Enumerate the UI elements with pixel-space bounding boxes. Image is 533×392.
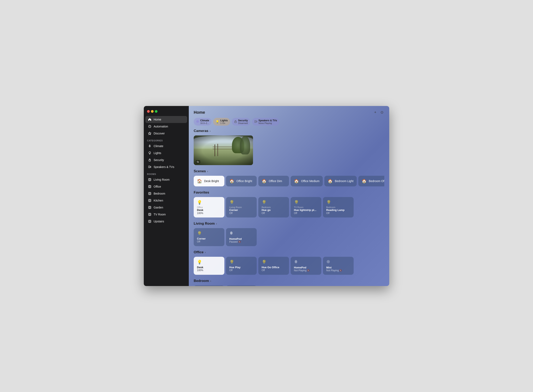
sidebar-item-label: Discover bbox=[154, 132, 165, 135]
living-room-section: Living Room › 💡 Corner Off bbox=[189, 222, 389, 250]
fav-tvroom-hue-lightstrip[interactable]: 💡 TV Room Hue lightstrip pl... Off bbox=[291, 197, 321, 218]
office-header: Office › bbox=[194, 250, 384, 254]
office-chevron[interactable]: › bbox=[205, 251, 206, 254]
device-status: Not Playing 🔇 bbox=[326, 269, 350, 272]
sidebar-item-upstairs[interactable]: Upstairs bbox=[145, 218, 187, 225]
living-room-corner[interactable]: 💡 Corner Off bbox=[194, 228, 224, 246]
svg-rect-17 bbox=[148, 220, 151, 223]
add-button[interactable]: + bbox=[373, 109, 377, 115]
bedroom-chevron[interactable]: › bbox=[210, 279, 211, 283]
sidebar-item-label: Office bbox=[154, 185, 161, 188]
sidebar: Home Automation Discover bbox=[144, 106, 189, 286]
office-hue-play[interactable]: 💡 Hue Play Off bbox=[226, 257, 257, 275]
device-icon: 💡 bbox=[197, 200, 221, 205]
living-room-chevron[interactable]: › bbox=[216, 222, 217, 225]
discover-icon bbox=[148, 131, 152, 135]
scene-label: Office Dim bbox=[269, 179, 282, 183]
status-pills-container: Climate 16.0–2... 💡 Lights 1 On bbox=[189, 118, 389, 129]
svg-point-29 bbox=[328, 261, 329, 262]
mute-icon: 🔇 bbox=[238, 241, 241, 243]
svg-rect-3 bbox=[148, 166, 150, 168]
maximize-button[interactable] bbox=[155, 110, 158, 113]
sidebar-item-security[interactable]: Security bbox=[145, 157, 187, 163]
scene-icon: 🏠 bbox=[197, 179, 202, 183]
room-icon bbox=[148, 192, 152, 195]
cameras-chevron[interactable]: › bbox=[210, 129, 211, 133]
svg-rect-12 bbox=[149, 200, 150, 201]
cameras-header: Cameras › bbox=[194, 129, 384, 133]
sidebar-item-label: Living Room bbox=[154, 178, 170, 181]
app-window: Home Automation Discover bbox=[144, 106, 389, 286]
bedroom-header: Bedroom › bbox=[194, 279, 384, 283]
device-icon: 💡 bbox=[262, 260, 286, 265]
scene-office-bright[interactable]: 🏠 Office Bright bbox=[226, 176, 257, 186]
climate-pill[interactable]: Climate 16.0–2... bbox=[194, 118, 212, 126]
office-desk[interactable]: 💡 Desk 100% bbox=[194, 257, 224, 275]
camera-image bbox=[194, 135, 253, 165]
bedroom-section: Bedroom › 💡 Hue go Off 💡 Reading Lamp Of… bbox=[189, 279, 389, 286]
close-button[interactable] bbox=[147, 110, 150, 113]
sidebar-item-bedroom[interactable]: Bedroom bbox=[145, 190, 187, 197]
sidebar-item-office[interactable]: Office bbox=[145, 183, 187, 190]
sidebar-item-home[interactable]: Home bbox=[145, 116, 187, 123]
device-icon: 💡 bbox=[197, 260, 221, 265]
office-homepod[interactable]: HomePod Not Playing 🔇 bbox=[291, 257, 321, 275]
scene-bedroom-off[interactable]: 🏠 Bedroom Off bbox=[358, 176, 384, 186]
lights-pill-icon: 💡 bbox=[216, 120, 219, 123]
fav-bedroom-hue-go[interactable]: 💡 Bedroom Hue go Off bbox=[258, 197, 289, 218]
sidebar-item-label: Security bbox=[154, 158, 164, 162]
scenes-section: Scenes › 🏠 Desk Bright 🏠 Office Bright 🏠… bbox=[189, 169, 389, 191]
speakers-pill[interactable]: Speakers & TVs None Playing bbox=[252, 118, 280, 126]
sidebar-item-label: Speakers & TVs bbox=[154, 165, 174, 168]
security-pill[interactable]: Security Disarmed bbox=[232, 118, 250, 126]
scene-office-dim[interactable]: 🏠 Office Dim bbox=[258, 176, 289, 186]
sidebar-item-garden[interactable]: Garden bbox=[145, 204, 187, 211]
scene-label: Bedroom Off bbox=[369, 179, 384, 183]
lights-pill[interactable]: 💡 Lights 1 On bbox=[213, 118, 230, 126]
bedroom-reading-lamp[interactable]: 💡 Reading Lamp Off bbox=[226, 285, 257, 286]
scene-office-medium[interactable]: 🏠 Office Medium bbox=[291, 176, 323, 186]
camera-preview[interactable]: 6s bbox=[194, 135, 253, 165]
sidebar-item-label: Upstairs bbox=[154, 220, 164, 223]
device-status: 100% bbox=[197, 212, 221, 215]
office-mini[interactable]: Mini Not Playing 🔇 bbox=[323, 257, 354, 275]
mute-icon: 🔇 bbox=[307, 269, 310, 271]
sidebar-item-kitchen[interactable]: Kitchen bbox=[145, 197, 187, 204]
fav-bedroom-reading-lamp[interactable]: 💡 Bedroom Reading Lamp Off bbox=[323, 197, 354, 218]
sidebar-item-tv-room[interactable]: TV Room bbox=[145, 211, 187, 218]
sidebar-item-lights[interactable]: Lights bbox=[145, 149, 187, 157]
svg-rect-14 bbox=[149, 207, 150, 208]
office-hue-go[interactable]: 💡 Hue Go Office Off bbox=[258, 257, 289, 275]
security-pill-icon bbox=[234, 120, 237, 124]
device-icon: 💡 bbox=[229, 260, 253, 265]
device-room: Office bbox=[197, 206, 221, 209]
device-icon bbox=[229, 231, 253, 236]
device-name: HomePod bbox=[294, 266, 318, 269]
scene-icon: 🏠 bbox=[362, 179, 367, 183]
scene-bedroom-light[interactable]: 🏠 Bedroom Light bbox=[324, 176, 357, 186]
sidebar-item-living-room[interactable]: Living Room bbox=[145, 176, 187, 183]
sidebar-item-automation[interactable]: Automation bbox=[145, 123, 187, 130]
fav-living-corner[interactable]: 💡 Living Room Corner Off bbox=[226, 197, 257, 218]
scene-label: Office Medium bbox=[301, 179, 320, 183]
sidebar-item-label: TV Room bbox=[154, 213, 166, 216]
sidebar-item-climate[interactable]: Climate bbox=[145, 143, 187, 149]
svg-point-20 bbox=[197, 121, 198, 122]
device-name: Corner bbox=[197, 237, 221, 240]
bedroom-grid: 💡 Hue go Off 💡 Reading Lamp Off bbox=[194, 285, 384, 286]
scene-desk-bright[interactable]: 🏠 Desk Bright bbox=[194, 176, 224, 186]
device-name: Corner bbox=[229, 209, 253, 212]
sidebar-item-label: Bedroom bbox=[154, 192, 165, 195]
minimize-button[interactable] bbox=[151, 110, 154, 113]
fav-office-desk[interactable]: 💡 Office Desk 100% bbox=[194, 197, 224, 218]
settings-button[interactable]: ⊙ bbox=[380, 109, 384, 115]
device-status: Off bbox=[294, 212, 318, 215]
bedroom-hue-go[interactable]: 💡 Hue go Off bbox=[194, 285, 224, 286]
mute-icon: 🔇 bbox=[339, 269, 342, 271]
sidebar-rooms: Living Room Office Bedro bbox=[144, 176, 189, 225]
sidebar-item-speakers[interactable]: Speakers & TVs bbox=[145, 163, 187, 170]
sidebar-item-discover[interactable]: Discover bbox=[145, 130, 187, 137]
svg-rect-21 bbox=[235, 121, 236, 123]
living-room-homepod[interactable]: HomePod Paused 🔇 bbox=[226, 228, 257, 246]
scenes-chevron[interactable]: › bbox=[207, 170, 208, 173]
